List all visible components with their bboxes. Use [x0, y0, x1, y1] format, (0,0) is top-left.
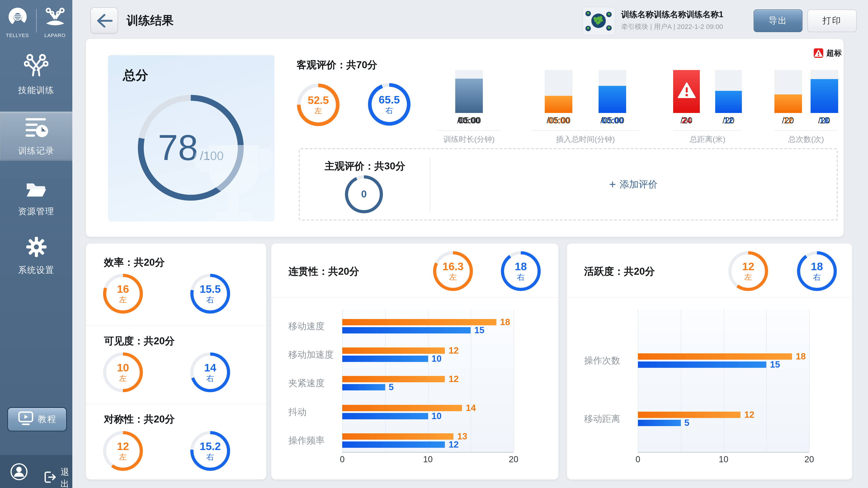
bar-左	[342, 376, 445, 383]
category-label: 操作次数	[584, 355, 636, 367]
metric-bar-fill	[810, 79, 838, 113]
over-limit-label: 超标	[827, 48, 842, 58]
sidebar-item-label: 技能训练	[18, 85, 54, 96]
bar-value: 12	[744, 410, 754, 420]
ring-side-label: 左	[314, 107, 322, 115]
sidebar-item-resource-management[interactable]: 资源管理	[0, 177, 72, 219]
tutorial-button[interactable]: 教程	[7, 407, 67, 431]
laparo-logo-label: LAPARO	[44, 33, 66, 38]
visibility-title: 可见度：共20分	[104, 334, 175, 348]
metric-group: 12/2018/20 总次数(次)	[774, 70, 838, 144]
bar-左	[342, 319, 496, 325]
subjective-section: 主观评价：共30分 0 + 添加评价	[299, 148, 838, 221]
bar-value: 10	[432, 354, 442, 364]
bar-右	[342, 441, 445, 448]
coherence-card: 连贯性：共20分 16.3左 18右 移动速度 18 15移动加速度 12 10…	[271, 243, 558, 480]
activity-card: 活跃度：共20分 12左 18右 操作次数 18 15移动距离 12 50102…	[567, 243, 852, 480]
bar-右	[638, 361, 767, 368]
back-arrow-icon	[94, 9, 114, 31]
bar-value: 12	[449, 374, 459, 385]
ring-side-label: 右	[385, 107, 393, 115]
ring-value: 0	[361, 189, 367, 199]
back-button[interactable]	[90, 7, 118, 33]
bar-value: 15	[770, 359, 780, 370]
metric-bar-track	[673, 70, 700, 113]
axis-tick-label: 0	[636, 455, 640, 464]
print-button[interactable]: 打印	[807, 9, 857, 32]
metric-bar-track	[455, 70, 483, 113]
tutorial-label: 教程	[38, 414, 57, 425]
metric-bar-fill	[715, 91, 742, 113]
axis-tick-label: 20	[804, 455, 814, 464]
logo-divider	[36, 9, 36, 33]
add-evaluation-label: 添加评价	[620, 178, 657, 191]
axis-tick-label: 0	[340, 455, 344, 464]
ring-value: 15.5	[199, 283, 221, 295]
metric-bar-track	[810, 70, 838, 113]
metric-bar-fill	[774, 94, 802, 113]
ring-side-label: 右	[206, 296, 214, 304]
divider	[86, 404, 266, 404]
category-label: 移动距离	[584, 413, 636, 425]
bar-value: 5	[684, 418, 689, 428]
activity-chart: 操作次数 18 15移动距离 12 501020	[567, 243, 852, 480]
export-button[interactable]: 导出	[754, 9, 802, 32]
avatar[interactable]	[10, 463, 28, 483]
bar-右	[342, 413, 428, 419]
efficiency-right-ring: 15.5右	[190, 274, 230, 314]
sidebar: TELLYES LAPARO 技能训练 训练记录 资源管理 系统设置 教程	[0, 0, 72, 488]
bar-value: 18	[500, 317, 510, 327]
efficiency-title: 效率：共20分	[104, 256, 165, 269]
metric-bar-track	[545, 70, 572, 113]
video-tutorial-icon	[18, 410, 34, 429]
logo-row: TELLYES LAPARO	[0, 7, 72, 43]
axis-tick-label: 10	[719, 455, 728, 464]
sidebar-item-system-settings[interactable]: 系统设置	[0, 235, 72, 276]
visibility-left-ring: 10左	[103, 352, 143, 392]
sidebar-item-training-records[interactable]: 训练记录	[0, 111, 72, 161]
tellyes-logo-icon	[6, 7, 28, 31]
sidebar-item-skill-training[interactable]: 技能训练	[0, 54, 72, 96]
total-score-title: 总分	[123, 67, 148, 84]
metric-category-label: 插入总时间(分钟)	[532, 134, 639, 144]
metric-bar-fill	[598, 86, 626, 113]
bar-value: 18	[796, 351, 806, 362]
bar-右	[342, 327, 471, 333]
ring-value: 12	[117, 441, 129, 452]
add-evaluation-button[interactable]: + 添加评价	[430, 149, 837, 220]
folder-icon	[25, 180, 48, 201]
ring-side-label: 右	[206, 453, 214, 461]
sidebar-item-label: 资源管理	[18, 205, 54, 217]
bar-value: 12	[449, 346, 459, 356]
page-title: 训练结果	[127, 13, 174, 29]
sidebar-item-label: 系统设置	[18, 264, 54, 276]
bar-左	[638, 353, 792, 360]
bar-左	[342, 348, 445, 354]
divider	[86, 325, 266, 326]
axis-tick-label: 10	[423, 455, 433, 464]
metric-group: 00:00/05:0000:00/05:00 插入总时间(分钟)	[532, 70, 639, 144]
over-limit-badge: 超标	[814, 48, 842, 58]
ring-value: 16	[117, 283, 129, 295]
category-label: 抖动	[288, 406, 340, 418]
metric-divider	[673, 130, 742, 131]
trophy-watermark-icon	[175, 127, 274, 221]
category-label: 夹紧速度	[288, 377, 340, 390]
logout-button[interactable]: 退出	[43, 466, 72, 488]
session-thumbnail	[582, 7, 615, 35]
bar-value: 5	[389, 382, 394, 393]
total-score-tile: 总分 78/100	[108, 55, 274, 221]
category-label: 移动速度	[288, 320, 340, 332]
plot-area	[638, 309, 809, 453]
axis-tick-label: 20	[509, 455, 518, 464]
plus-icon: +	[609, 178, 616, 190]
coherence-chart: 移动速度 18 15移动加速度 12 10夹紧速度 12 5抖动 14 10操作…	[271, 243, 558, 480]
metric-divider	[532, 130, 639, 131]
bar-左	[342, 404, 462, 411]
ring-value: 14	[204, 362, 216, 373]
ring-value: 10	[117, 362, 129, 373]
bar-value: 10	[432, 411, 442, 421]
ring-value: 65.5	[379, 94, 400, 105]
bar-左	[342, 433, 454, 440]
metric-bar-track	[598, 70, 626, 113]
